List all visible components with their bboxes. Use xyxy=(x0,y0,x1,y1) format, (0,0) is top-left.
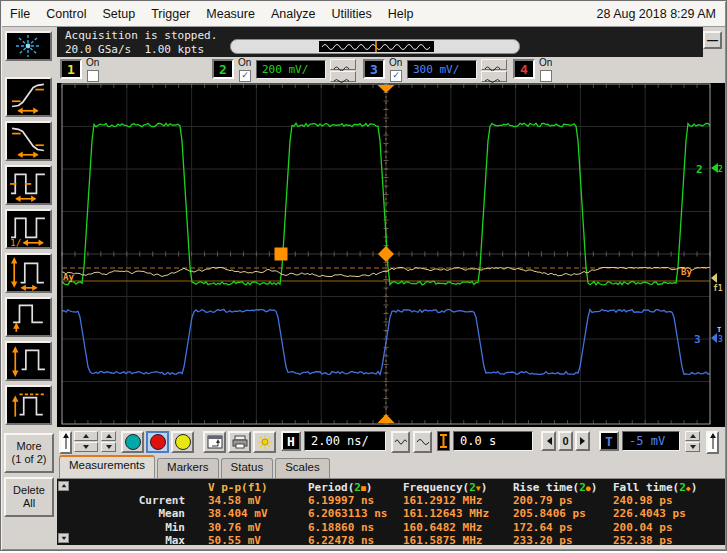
channel-4-checkbox[interactable] xyxy=(540,70,552,82)
measurement-column-header: Frequency(2▼) xyxy=(394,481,504,494)
acquisition-status: Acquisition is stopped. xyxy=(65,29,217,42)
fall-time-measurement-button[interactable] xyxy=(5,121,52,161)
delete-label: Delete xyxy=(13,484,45,496)
trigger-level-spinner[interactable] xyxy=(685,431,700,453)
cursor-arrow-icon xyxy=(62,433,70,450)
brightness-button[interactable] xyxy=(253,431,276,453)
frequency-measurement-button[interactable]: 1/ xyxy=(5,209,52,249)
tab-scales[interactable]: Scales xyxy=(275,458,330,478)
trigger-level-field[interactable]: -5 mV xyxy=(622,431,680,451)
channel-3-checkbox[interactable]: ✓ xyxy=(390,70,402,82)
spin-down-button[interactable] xyxy=(74,442,98,452)
scroll-up-button[interactable] xyxy=(58,481,69,491)
position-left-button[interactable] xyxy=(541,431,556,451)
position-right-button[interactable] xyxy=(575,431,590,451)
channel-2-scale-field[interactable]: 200 mV/ xyxy=(256,60,326,79)
channel-2-coupling-ac-button[interactable] xyxy=(330,59,356,70)
menu-trigger[interactable]: Trigger xyxy=(143,4,198,24)
menu-control[interactable]: Control xyxy=(38,4,94,24)
measurement-value: 233.20 ps xyxy=(504,534,604,545)
color-grade-teal-button[interactable] xyxy=(121,431,144,453)
spin-down-button[interactable] xyxy=(101,442,116,452)
overview-waveform-icon xyxy=(319,41,434,52)
channel-3-position-marker xyxy=(711,333,717,343)
horizontal-position-field[interactable]: 0.0 s xyxy=(453,431,533,451)
status-bar: Acquisition is stopped. 20.0 GSa/s 1.00 … xyxy=(57,27,703,57)
measurement-value: 6.2063113 ns xyxy=(299,507,394,520)
waveform-view-button[interactable] xyxy=(413,431,432,453)
bottom-toolbar: H 2.00 ns/ 0.0 s 0 T -5 mV xyxy=(57,427,725,458)
channel-1-button[interactable]: 1 xyxy=(60,59,82,79)
menu-help[interactable]: Help xyxy=(380,4,422,24)
marker-cursor-button[interactable] xyxy=(59,431,72,454)
timebase-overview[interactable] xyxy=(230,39,520,54)
measurement-value: 200.79 ps xyxy=(504,494,604,507)
fine-adjust-spinner[interactable] xyxy=(101,431,116,453)
measurement-value: 240.98 ps xyxy=(604,494,709,507)
delete-all-button[interactable]: Delete All xyxy=(4,477,54,517)
v-base-icon xyxy=(7,299,50,335)
measurement-value: 226.4043 ps xyxy=(604,507,709,520)
horizontal-settings-icon[interactable]: H xyxy=(281,431,301,451)
channel-4-on-label: On xyxy=(539,57,552,68)
v-peak-peak-icon xyxy=(7,255,50,291)
menu-items: FileControlSetupTriggerMeasureAnalyzeUti… xyxy=(2,4,421,24)
measurement-column-header: Period(2■) xyxy=(299,481,394,494)
menu-file[interactable]: File xyxy=(2,4,38,24)
window-layout-button[interactable] xyxy=(203,431,226,453)
more-button[interactable]: More (1 of 2) xyxy=(4,433,54,473)
marker-cursor-button-2[interactable] xyxy=(706,431,719,454)
channel-1-checkbox[interactable] xyxy=(87,70,99,82)
trigger-position-icon[interactable] xyxy=(437,431,450,451)
menu-setup[interactable]: Setup xyxy=(94,4,143,24)
channel-3-scale-field[interactable]: 300 mV/ xyxy=(407,60,477,79)
channel-2-button[interactable]: 2 xyxy=(212,59,234,79)
measurement-value: 50.55 mV xyxy=(199,534,299,545)
horizontal-zoom-button[interactable] xyxy=(391,431,410,453)
positive-width-measurement-button[interactable] xyxy=(5,165,52,205)
tab-markers[interactable]: Markers xyxy=(157,458,219,478)
positive-width-icon xyxy=(7,167,50,203)
svg-text:3: 3 xyxy=(694,333,701,346)
coarse-adjust-spinner[interactable] xyxy=(74,431,98,453)
minimize-button[interactable]: — xyxy=(703,31,722,49)
scroll-down-button[interactable] xyxy=(58,533,69,543)
logo-button[interactable] xyxy=(5,31,52,61)
tab-measurements[interactable]: Measurements xyxy=(59,455,155,478)
waveform-display[interactable]: AyBy232f13T xyxy=(57,83,725,427)
timebase-window-segment[interactable] xyxy=(319,41,434,52)
red-dot-icon xyxy=(150,434,166,450)
fall-time-icon xyxy=(7,123,50,159)
v-base-measurement-button[interactable] xyxy=(5,297,52,337)
measurement-value: 38.404 mV xyxy=(199,507,299,520)
v-top-measurement-button[interactable] xyxy=(5,385,52,425)
trigger-settings-icon[interactable]: T xyxy=(599,431,619,451)
channel-2-checkbox[interactable]: ✓ xyxy=(239,70,251,82)
color-grade-red-button[interactable] xyxy=(146,431,169,453)
v-peak-peak-measurement-button[interactable] xyxy=(5,253,52,293)
spin-up-button[interactable] xyxy=(101,431,116,441)
rise-time-measurement-button[interactable] xyxy=(5,77,52,117)
spin-up-button[interactable] xyxy=(74,431,98,441)
menu-utilities[interactable]: Utilities xyxy=(323,4,379,24)
stat-label: Mean xyxy=(69,507,199,520)
measurements-header-row: V p-p(f1)Period(2■)Frequency(2▼)Rise tim… xyxy=(69,481,723,494)
v-amplitude-measurement-button[interactable] xyxy=(5,341,52,381)
channel-1-on-control: On xyxy=(86,57,108,68)
spin-down-button[interactable] xyxy=(685,442,700,452)
channel-2-coupling-dc-button[interactable] xyxy=(330,71,356,82)
channel-3-coupling-ac-button[interactable] xyxy=(481,59,507,70)
channel-3-button[interactable]: 3 xyxy=(363,59,385,79)
channel-4-on-control: On xyxy=(539,57,561,68)
position-zero-button[interactable]: 0 xyxy=(558,431,573,451)
measurements-table: V p-p(f1)Period(2■)Frequency(2▼)Rise tim… xyxy=(69,481,723,545)
channel-4-button[interactable]: 4 xyxy=(513,59,535,79)
tab-status[interactable]: Status xyxy=(221,458,274,478)
channel-3-coupling-dc-button[interactable] xyxy=(481,71,507,82)
spin-up-button[interactable] xyxy=(685,431,700,441)
menu-measure[interactable]: Measure xyxy=(198,4,263,24)
print-button[interactable] xyxy=(228,431,251,453)
menu-analyze[interactable]: Analyze xyxy=(263,4,323,24)
color-grade-yellow-button[interactable] xyxy=(171,431,194,453)
timebase-field[interactable]: 2.00 ns/ xyxy=(304,431,386,451)
